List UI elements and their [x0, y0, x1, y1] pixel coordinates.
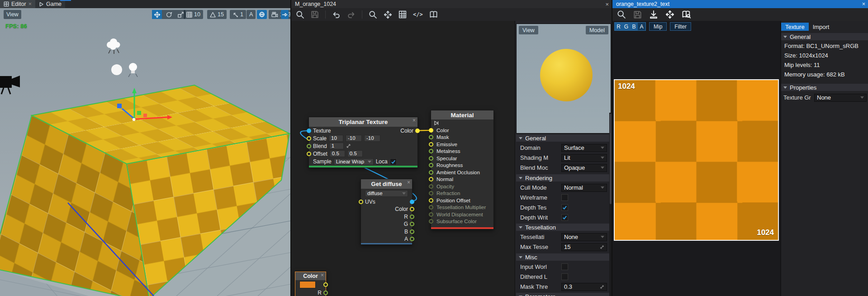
- grid-snap-button[interactable]: 10: [184, 10, 203, 19]
- channel-b-button[interactable]: B: [630, 23, 638, 30]
- material-window-titlebar[interactable]: M_orange_1024 ×: [291, 0, 612, 8]
- mask-threshold-field[interactable]: 0.3: [561, 283, 607, 291]
- import-download-icon[interactable]: [649, 10, 658, 19]
- texture-window-titlebar[interactable]: orange_texture2_text ×: [612, 0, 868, 8]
- grid-view-icon[interactable]: [398, 10, 407, 19]
- domain-dropdown[interactable]: Surface: [561, 144, 607, 152]
- cull-mode-dropdown[interactable]: Normal: [561, 184, 607, 192]
- port-offset-in[interactable]: [307, 152, 311, 156]
- save-icon[interactable]: [633, 10, 642, 19]
- port-refraction-in[interactable]: [429, 191, 433, 196]
- tab-game[interactable]: Game: [35, 0, 65, 8]
- section-tessellation[interactable]: Tessellation: [516, 224, 611, 231]
- center-view-icon[interactable]: [384, 10, 392, 19]
- function-dropdown[interactable]: diffuse: [365, 190, 408, 197]
- max-tessellation-field[interactable]: 15: [561, 243, 607, 251]
- docs-book-icon[interactable]: [682, 10, 691, 19]
- offset-x-field[interactable]: 0.5: [330, 150, 345, 157]
- port-metalness-in[interactable]: [429, 149, 433, 153]
- preview-view-button[interactable]: View: [519, 26, 538, 34]
- drag-slider-icon[interactable]: [346, 143, 351, 148]
- translate-tool-button[interactable]: [152, 10, 162, 19]
- port-ao-in[interactable]: [429, 170, 433, 175]
- section-general[interactable]: General: [781, 33, 868, 40]
- node-material[interactable]: Material Color Mask Emissive Metalness S…: [431, 110, 494, 229]
- tab-editor[interactable]: Editor ×: [0, 0, 35, 8]
- tab-texture[interactable]: Texture: [781, 23, 809, 31]
- scale-x-field[interactable]: 10: [329, 135, 343, 142]
- port-world-displacement-in[interactable]: [429, 212, 433, 217]
- view-menu-button[interactable]: View: [4, 10, 21, 19]
- depth-write-checkbox[interactable]: [561, 214, 568, 221]
- port-scale-in[interactable]: [307, 136, 311, 141]
- close-icon[interactable]: ×: [321, 272, 324, 278]
- port-a-out[interactable]: [410, 237, 414, 241]
- node-header[interactable]: Triplanar Texture ×: [309, 117, 417, 127]
- shading-model-dropdown[interactable]: Lit: [561, 154, 607, 162]
- close-icon[interactable]: ×: [413, 117, 416, 124]
- redo-icon[interactable]: [347, 10, 356, 19]
- port-color-in[interactable]: [429, 128, 433, 133]
- channel-g-button[interactable]: G: [622, 23, 630, 30]
- tessellation-dropdown[interactable]: None: [561, 233, 607, 241]
- scale-y-field[interactable]: -10: [346, 135, 362, 142]
- preview-model-button[interactable]: Model: [586, 26, 608, 34]
- close-icon[interactable]: ×: [407, 179, 410, 186]
- texture-preview[interactable]: 1024 1024: [614, 79, 779, 241]
- close-icon[interactable]: ×: [605, 1, 609, 8]
- section-parameters[interactable]: Parameters: [516, 293, 611, 296]
- zoom-icon[interactable]: [369, 10, 377, 19]
- section-rendering[interactable]: Rendering: [516, 174, 611, 181]
- color-swatch[interactable]: [299, 281, 316, 288]
- tab-import[interactable]: Import: [809, 23, 834, 31]
- port-function-out[interactable]: [410, 200, 414, 204]
- port-g-out[interactable]: [410, 222, 414, 226]
- node-get-diffuse[interactable]: Get diffuse × diffuse UVs Color: [360, 179, 413, 245]
- port-r-out[interactable]: [410, 215, 414, 219]
- node-color[interactable]: Color × R: [295, 272, 326, 296]
- sampler-dropdown[interactable]: Linear Wrap: [334, 158, 374, 165]
- port-tessellation-in[interactable]: [429, 205, 433, 210]
- section-properties[interactable]: Properties: [781, 84, 868, 91]
- close-icon[interactable]: ×: [28, 1, 32, 7]
- blend-mode-dropdown[interactable]: Opaque: [561, 164, 607, 172]
- port-position-offset-in[interactable]: [429, 198, 433, 203]
- port-color-out[interactable]: [415, 129, 420, 133]
- scale-snap-button[interactable]: 1: [230, 10, 246, 19]
- port-specular-in[interactable]: [429, 156, 433, 161]
- port-normal-in[interactable]: [429, 177, 433, 181]
- wireframe-checkbox[interactable]: [561, 194, 568, 201]
- channel-r-button[interactable]: R: [615, 23, 622, 30]
- anchor-mode-button[interactable]: A: [247, 10, 256, 19]
- node-triplanar-texture[interactable]: Triplanar Texture × Texture Color Scale …: [308, 117, 418, 168]
- sphere-billboard[interactable]: [111, 64, 122, 75]
- rotate-tool-button[interactable]: [164, 10, 174, 19]
- node-header[interactable]: Material: [431, 110, 493, 119]
- blend-field[interactable]: 1: [329, 143, 344, 149]
- mip-button[interactable]: Mip: [649, 22, 667, 31]
- port-subsurface-in[interactable]: [429, 219, 433, 224]
- expand-toolbar-button[interactable]: [281, 10, 289, 19]
- close-icon[interactable]: ×: [862, 1, 865, 7]
- docs-book-icon[interactable]: [429, 10, 438, 19]
- world-space-button[interactable]: [257, 10, 267, 19]
- port-r-out[interactable]: [323, 291, 328, 295]
- scene-viewport[interactable]: View FPS: 86 10 15 1 A: [0, 8, 290, 296]
- offset-y-field[interactable]: 0.5: [347, 150, 363, 157]
- rotate-snap-button[interactable]: 15: [207, 10, 227, 19]
- node-header[interactable]: Color ×: [295, 272, 326, 280]
- port-roughness-in[interactable]: [429, 163, 433, 167]
- texture-group-dropdown[interactable]: None: [814, 94, 867, 102]
- port-opacity-in[interactable]: [429, 184, 433, 189]
- node-header[interactable]: Get diffuse ×: [361, 179, 412, 189]
- depth-test-checkbox[interactable]: [561, 204, 568, 211]
- channel-a-button[interactable]: A: [638, 23, 645, 30]
- code-view-icon[interactable]: </>: [413, 11, 423, 18]
- port-blend-in[interactable]: [307, 144, 311, 148]
- scale-z-field[interactable]: -10: [364, 135, 380, 142]
- filter-button[interactable]: Filter: [670, 22, 691, 31]
- section-misc[interactable]: Misc: [516, 253, 611, 261]
- port-mask-in[interactable]: [429, 135, 433, 139]
- section-general[interactable]: General: [516, 134, 611, 142]
- port-uvs-in[interactable]: [359, 200, 363, 204]
